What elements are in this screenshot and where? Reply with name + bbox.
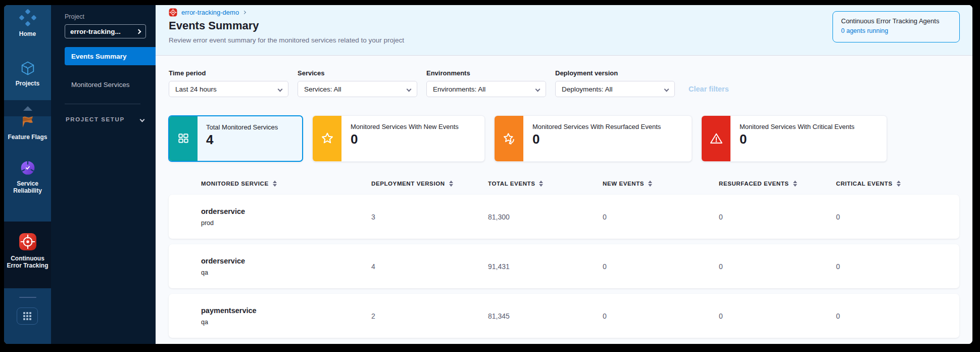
column-header-new-events[interactable]: NEW EVENTS bbox=[603, 181, 719, 187]
chevron-right-icon bbox=[242, 11, 246, 14]
nav-item-home[interactable]: Home bbox=[4, 9, 51, 37]
new-events-cell: 0 bbox=[603, 213, 719, 221]
breadcrumb: error-tracking-demo bbox=[169, 8, 246, 17]
deployment-version-cell: 2 bbox=[371, 312, 488, 320]
column-header-deployment-version[interactable]: DEPLOYMENT VERSION bbox=[371, 181, 488, 187]
home-icon bbox=[19, 9, 36, 26]
environments-select[interactable]: Environments: All bbox=[426, 81, 546, 97]
table-row-orderservice-qa[interactable]: orderservice qa 4 91,431 0 0 0 bbox=[169, 244, 959, 288]
filter-deployment-version: Deployment version Deployments: All bbox=[555, 69, 675, 97]
nav-item-feature-flags[interactable]: Feature Flags bbox=[4, 112, 51, 141]
events-table: MONITORED SERVICE DEPLOYMENT VERSION TOT… bbox=[169, 178, 959, 338]
new-events-cell: 0 bbox=[603, 262, 719, 271]
card-icon-block bbox=[313, 116, 341, 161]
card-title: Monitored Services With Critical Events bbox=[740, 123, 855, 130]
nav-item-label: Feature Flags bbox=[8, 134, 47, 141]
card-icon-block bbox=[495, 116, 523, 161]
column-header-label: DEPLOYMENT VERSION bbox=[371, 181, 445, 187]
chevron-down-icon bbox=[664, 86, 669, 92]
all-modules-button[interactable] bbox=[17, 307, 38, 325]
projects-icon bbox=[20, 61, 35, 76]
chevron-down-icon bbox=[407, 86, 412, 92]
service-name: paymentservice bbox=[201, 306, 371, 315]
new-events-cell: 0 bbox=[603, 312, 719, 320]
grid-tiles-icon bbox=[177, 132, 190, 145]
nav-item-label: Home bbox=[19, 30, 36, 37]
project-selector[interactable]: error-tracking... bbox=[65, 24, 146, 38]
table-row-paymentservice-qa[interactable]: paymentservice qa 2 81,345 0 0 0 bbox=[169, 294, 959, 338]
project-section-label: Project bbox=[65, 13, 84, 20]
column-header-critical-events[interactable]: CRITICAL EVENTS bbox=[836, 181, 959, 187]
nav-item-events-summary[interactable]: Events Summary bbox=[65, 47, 156, 65]
app-window: Home Projects bbox=[4, 5, 972, 344]
services-select[interactable]: Services: All bbox=[298, 81, 417, 97]
chevron-right-icon bbox=[136, 29, 141, 34]
module-nav-modules-section: Feature Flags Service Reliability bbox=[4, 116, 51, 222]
service-cell: orderservice prod bbox=[201, 207, 371, 227]
time-period-select[interactable]: Last 24 hours bbox=[169, 81, 288, 97]
summary-cards: Total Monitored Services 4 Monitored Ser… bbox=[168, 115, 887, 162]
total-events-cell: 81,345 bbox=[488, 312, 603, 320]
column-header-resurfaced-events[interactable]: RESURFACED EVENTS bbox=[719, 181, 836, 187]
divider bbox=[65, 104, 140, 104]
service-cell: orderservice qa bbox=[201, 257, 371, 276]
page-subtitle: Review error event summary for the monit… bbox=[169, 36, 404, 44]
card-value: 0 bbox=[532, 131, 661, 147]
project-nav: Project error-tracking... Events Summary… bbox=[51, 5, 156, 344]
nav-item-continuous-error-tracking[interactable]: Continuous Error Tracking bbox=[4, 233, 51, 269]
filter-label: Environments bbox=[426, 69, 546, 77]
nav-item-projects[interactable]: Projects bbox=[4, 61, 51, 87]
project-setup-label: PROJECT SETUP bbox=[66, 116, 125, 122]
table-header-row: MONITORED SERVICE DEPLOYMENT VERSION TOT… bbox=[169, 178, 959, 189]
column-header-label: CRITICAL EVENTS bbox=[836, 181, 893, 187]
deployment-version-cell: 4 bbox=[371, 262, 488, 271]
warning-triangle-icon bbox=[709, 131, 723, 146]
column-header-label: RESURFACED EVENTS bbox=[719, 181, 789, 187]
nav-item-label: Continuous Error Tracking bbox=[7, 255, 49, 269]
filter-label: Services bbox=[298, 69, 417, 77]
column-header-monitored-service[interactable]: MONITORED SERVICE bbox=[201, 181, 371, 187]
card-value: 0 bbox=[351, 131, 459, 147]
module-nav-active-section: Continuous Error Tracking bbox=[4, 222, 51, 288]
service-environment: prod bbox=[201, 219, 371, 227]
service-name: orderservice bbox=[201, 207, 371, 215]
column-header-label: TOTAL EVENTS bbox=[488, 181, 535, 187]
grid-icon bbox=[23, 312, 31, 320]
nav-item-monitored-services[interactable]: Monitored Services bbox=[65, 75, 156, 94]
agents-box-title: Continuous Error Tracking Agents bbox=[841, 17, 951, 25]
breadcrumb-project-link[interactable]: error-tracking-demo bbox=[181, 9, 239, 16]
nav-item-label: Events Summary bbox=[71, 53, 127, 60]
resurfaced-events-cell: 0 bbox=[719, 262, 836, 271]
clear-filters-button[interactable]: Clear filters bbox=[689, 81, 729, 97]
card-resurfaced-events[interactable]: Monitored Services With Resurfaced Event… bbox=[494, 115, 692, 162]
main-content: error-tracking-demo Events Summary Revie… bbox=[156, 5, 972, 344]
table-row-orderservice-prod[interactable]: orderservice prod 3 81,300 0 0 0 bbox=[169, 195, 959, 239]
filter-environments: Environments Environments: All bbox=[426, 69, 546, 97]
card-critical-events[interactable]: Monitored Services With Critical Events … bbox=[701, 115, 887, 162]
module-nav-top-section: Home Projects bbox=[4, 5, 51, 100]
sort-icon bbox=[648, 181, 652, 187]
card-total-monitored-services[interactable]: Total Monitored Services 4 bbox=[168, 115, 303, 162]
deployments-select[interactable]: Deployments: All bbox=[555, 81, 675, 97]
card-new-events[interactable]: Monitored Services With New Events 0 bbox=[312, 115, 485, 162]
critical-events-cell: 0 bbox=[836, 262, 959, 271]
nav-item-label: Service Reliability bbox=[10, 180, 45, 194]
filter-label: Deployment version bbox=[555, 69, 675, 77]
filter-time-period: Time period Last 24 hours bbox=[169, 69, 288, 97]
column-header-total-events[interactable]: TOTAL EVENTS bbox=[488, 181, 603, 187]
divider bbox=[19, 297, 36, 298]
chevron-up-icon bbox=[23, 106, 32, 111]
project-setup-toggle[interactable]: PROJECT SETUP bbox=[66, 116, 144, 122]
filter-bar: Time period Last 24 hours Services Servi… bbox=[169, 69, 729, 97]
resurfaced-events-cell: 0 bbox=[719, 312, 836, 320]
agents-status-box: Continuous Error Tracking Agents 0 agent… bbox=[832, 11, 960, 42]
card-icon-block bbox=[702, 116, 730, 161]
nav-item-service-reliability[interactable]: Service Reliability bbox=[4, 160, 51, 194]
module-nav-bottom-section bbox=[4, 288, 51, 344]
column-header-label: NEW EVENTS bbox=[603, 181, 644, 187]
agents-running-link[interactable]: 0 agents running bbox=[841, 27, 951, 34]
service-reliability-icon bbox=[20, 160, 36, 176]
select-value: Services: All bbox=[304, 85, 407, 93]
card-title: Monitored Services With Resurfaced Event… bbox=[532, 123, 661, 130]
service-cell: paymentservice qa bbox=[201, 306, 371, 326]
